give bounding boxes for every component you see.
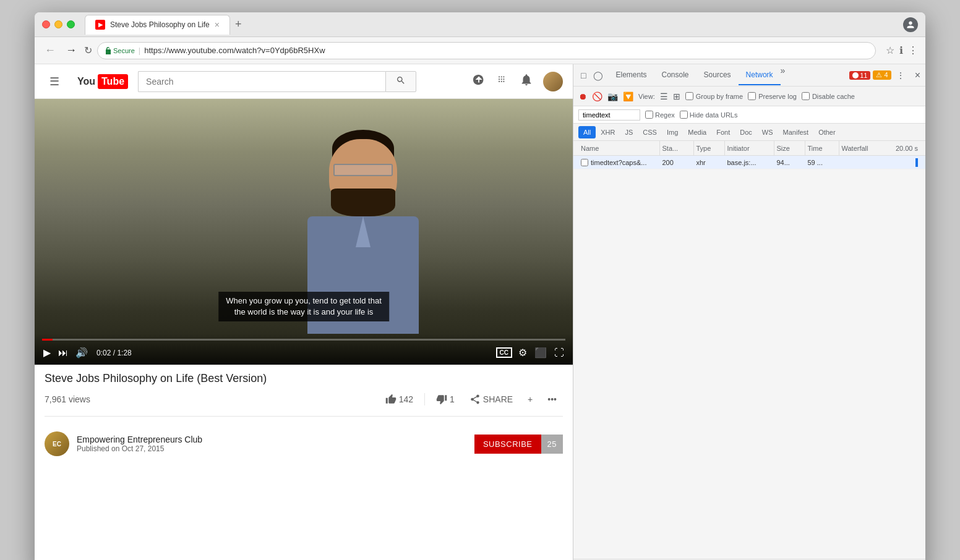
devtools-settings-button[interactable]: ⋮ [894, 68, 907, 83]
channel-avatar[interactable]: EC [45, 431, 69, 456]
devtools-device-button[interactable]: ◯ [591, 68, 606, 83]
filter-type-js[interactable]: JS [620, 126, 638, 138]
col-size: Size [774, 141, 805, 155]
search-input[interactable] [138, 71, 385, 92]
apps-button[interactable] [496, 73, 510, 90]
main-area: ☰ YouTube [35, 64, 925, 560]
preserve-log-checkbox[interactable] [748, 92, 756, 100]
filter-bar: Regex Hide data URLs [573, 106, 925, 124]
like-count: 142 [399, 394, 413, 404]
col-time: Time [805, 141, 839, 155]
subscribe-button[interactable]: SUBSCRIBE 25 [474, 435, 563, 454]
time-display: 0:02 / 1:28 [96, 349, 132, 357]
next-button[interactable]: ⏭ [57, 346, 69, 360]
filter-type-xhr[interactable]: XHR [596, 126, 620, 138]
filter-type-other[interactable]: Other [813, 126, 841, 138]
filter-type-font[interactable]: Font [711, 126, 735, 138]
network-table: Name Sta... Type Initiator Size [573, 141, 925, 559]
youtube-logo[interactable]: YouTube [74, 74, 128, 89]
youtube-header: ☰ YouTube [35, 64, 573, 99]
filter-type-manifest[interactable]: Manifest [778, 126, 814, 138]
info-button[interactable]: ℹ [899, 45, 903, 56]
devtools-panel: □ ◯ Elements Console Sources Network » ✕… [573, 64, 925, 560]
channel-name[interactable]: Empowering Entrepreneurs Club [77, 435, 474, 444]
devtools-close-button[interactable]: × [915, 70, 920, 81]
active-tab[interactable]: ▶ Steve Jobs Philosophy on Life × [85, 15, 230, 35]
row-checkbox[interactable] [581, 159, 588, 166]
maximize-traffic-light[interactable] [67, 20, 75, 28]
youtube-section: ☰ YouTube [35, 64, 573, 560]
right-controls: CC ⚙ ⬛ ⛶ [496, 346, 565, 360]
video-player: When you grow up you, tend to get told t… [35, 99, 573, 365]
tab-network[interactable]: Network [739, 66, 781, 85]
disable-cache-label[interactable]: Disable cache [802, 92, 855, 100]
tab-sources[interactable]: Sources [696, 66, 739, 85]
url-actions: ☆ ℹ ⋮ [886, 45, 918, 56]
theater-button[interactable]: ⬛ [533, 346, 548, 360]
captions-button[interactable]: CC [496, 347, 512, 358]
channel-row: EC Empowering Entrepreneurs Club Publish… [35, 424, 573, 464]
dislike-button[interactable]: 1 [430, 390, 461, 409]
tab-close-button[interactable]: × [215, 20, 220, 30]
bookmark-button[interactable]: ☆ [886, 45, 894, 56]
more-options-button[interactable]: ⋮ [908, 45, 918, 56]
notification-button[interactable] [520, 73, 533, 90]
video-controls: ▶ ⏭ 🔊 0:02 / 1:28 CC ⚙ ⬛ ⛶ [35, 334, 573, 365]
minimize-traffic-light[interactable] [54, 20, 62, 28]
tab-console[interactable]: Console [654, 66, 696, 85]
filter-type-css[interactable]: CSS [638, 126, 662, 138]
mute-button[interactable]: 🔊 [74, 346, 89, 360]
title-bar: ▶ Steve Jobs Philosophy on Life × + [35, 12, 925, 37]
record-button[interactable]: ⏺ [578, 91, 587, 101]
filter-type-ws[interactable]: WS [757, 126, 778, 138]
filter-type-doc[interactable]: Doc [735, 126, 757, 138]
cell-initiator: base.js:... [725, 159, 774, 166]
url-bar[interactable]: Secure | https://www.youtube.com/watch?v… [97, 42, 876, 59]
filter-type-all[interactable]: All [578, 126, 596, 138]
upload-button[interactable] [473, 73, 486, 90]
screenshot-button[interactable]: 📷 [607, 91, 618, 101]
more-actions-button[interactable]: ••• [541, 391, 563, 408]
devtools-inspect-button[interactable]: □ [578, 68, 588, 83]
filter-type-img[interactable]: Img [662, 126, 683, 138]
forward-button[interactable]: → [63, 41, 79, 59]
filter-type-media[interactable]: Media [683, 126, 711, 138]
clear-button[interactable]: 🚫 [592, 91, 602, 101]
table-row[interactable]: timedtext?caps&... 200 xhr base.js:... 9… [573, 156, 925, 169]
filter-button[interactable]: 🔽 [623, 91, 633, 101]
progress-bar[interactable] [42, 339, 565, 341]
preserve-log-label[interactable]: Preserve log [748, 92, 797, 100]
filter-types: All XHR JS CSS Img Media Font Doc WS Man… [573, 124, 925, 141]
reload-button[interactable]: ↻ [84, 45, 92, 56]
view-tree-button[interactable]: ⊞ [673, 91, 680, 101]
group-by-frame-label[interactable]: Group by frame [685, 92, 743, 100]
search-button[interactable] [385, 71, 416, 92]
fullscreen-button[interactable]: ⛶ [553, 346, 565, 360]
video-meta-row: 7,961 views 142 1 SHARE [45, 390, 563, 417]
menu-button[interactable]: ☰ [45, 70, 64, 93]
filter-input[interactable] [578, 109, 640, 121]
view-list-button[interactable]: ☰ [660, 91, 668, 101]
share-button[interactable]: SHARE [463, 390, 519, 409]
back-button[interactable]: ← [42, 41, 58, 59]
share-label: SHARE [483, 394, 513, 404]
devtools-more-tabs[interactable]: » [781, 66, 786, 85]
new-tab-button[interactable]: + [233, 15, 244, 33]
disable-cache-checkbox[interactable] [802, 92, 810, 100]
col-status: Sta... [660, 141, 694, 155]
hide-data-urls-checkbox[interactable] [680, 111, 688, 119]
close-traffic-light[interactable] [42, 20, 50, 28]
regex-checkbox[interactable] [645, 111, 653, 119]
tab-favicon-text: ▶ [98, 22, 103, 28]
hide-data-urls-label[interactable]: Hide data URLs [680, 111, 738, 119]
user-avatar[interactable] [543, 72, 563, 91]
like-button[interactable]: 142 [379, 390, 419, 409]
channel-published: Published on Oct 27, 2015 [77, 444, 474, 453]
tab-elements[interactable]: Elements [608, 66, 654, 85]
regex-label[interactable]: Regex [645, 111, 675, 119]
group-by-frame-checkbox[interactable] [685, 92, 693, 100]
play-button[interactable]: ▶ [42, 346, 52, 360]
chrome-profile-icon[interactable] [903, 17, 918, 32]
add-to-button[interactable]: + [521, 391, 539, 408]
settings-button[interactable]: ⚙ [517, 346, 528, 360]
